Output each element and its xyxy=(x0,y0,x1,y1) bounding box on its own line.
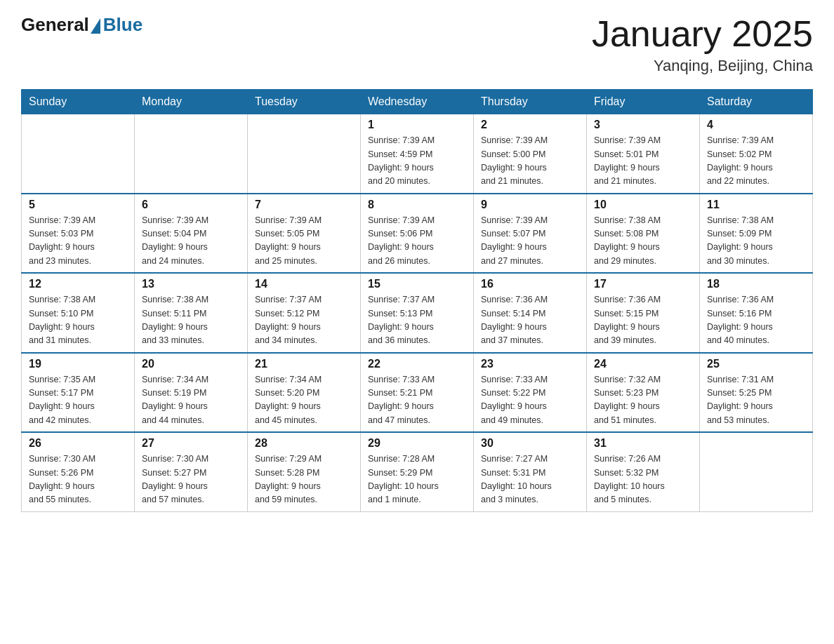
day-number: 15 xyxy=(368,278,466,290)
day-info: Sunrise: 7:38 AM Sunset: 5:09 PM Dayligh… xyxy=(707,214,805,269)
calendar-week-row: 19Sunrise: 7:35 AM Sunset: 5:17 PM Dayli… xyxy=(22,353,813,433)
day-info: Sunrise: 7:36 AM Sunset: 5:14 PM Dayligh… xyxy=(481,293,579,348)
day-info: Sunrise: 7:33 AM Sunset: 5:21 PM Dayligh… xyxy=(368,373,466,428)
day-number: 5 xyxy=(29,199,127,211)
day-info: Sunrise: 7:30 AM Sunset: 5:26 PM Dayligh… xyxy=(29,452,127,507)
day-number: 10 xyxy=(594,199,692,211)
title-block: January 2025 Yanqing, Beijing, China xyxy=(592,14,813,75)
day-number: 11 xyxy=(707,199,805,211)
day-info: Sunrise: 7:36 AM Sunset: 5:16 PM Dayligh… xyxy=(707,293,805,348)
calendar-cell: 21Sunrise: 7:34 AM Sunset: 5:20 PM Dayli… xyxy=(248,353,361,433)
calendar-header-thursday: Thursday xyxy=(474,90,587,114)
calendar-cell: 6Sunrise: 7:39 AM Sunset: 5:04 PM Daylig… xyxy=(135,194,248,274)
calendar-header-monday: Monday xyxy=(135,90,248,114)
day-number: 27 xyxy=(142,437,240,450)
calendar-cell: 18Sunrise: 7:36 AM Sunset: 5:16 PM Dayli… xyxy=(700,273,813,353)
day-number: 18 xyxy=(707,278,805,290)
calendar-cell: 12Sunrise: 7:38 AM Sunset: 5:10 PM Dayli… xyxy=(22,273,135,353)
day-number: 22 xyxy=(368,358,466,370)
calendar-cell: 30Sunrise: 7:27 AM Sunset: 5:31 PM Dayli… xyxy=(474,432,587,511)
logo-blue-text: Blue xyxy=(103,14,143,36)
day-number: 3 xyxy=(594,119,692,131)
calendar-cell xyxy=(248,114,361,194)
calendar-cell: 2Sunrise: 7:39 AM Sunset: 5:00 PM Daylig… xyxy=(474,114,587,194)
calendar-cell: 1Sunrise: 7:39 AM Sunset: 4:59 PM Daylig… xyxy=(361,114,474,194)
day-number: 1 xyxy=(368,119,466,131)
calendar-cell: 7Sunrise: 7:39 AM Sunset: 5:05 PM Daylig… xyxy=(248,194,361,274)
calendar-cell xyxy=(135,114,248,194)
calendar-cell: 17Sunrise: 7:36 AM Sunset: 5:15 PM Dayli… xyxy=(587,273,700,353)
day-info: Sunrise: 7:32 AM Sunset: 5:23 PM Dayligh… xyxy=(594,373,692,428)
day-info: Sunrise: 7:38 AM Sunset: 5:11 PM Dayligh… xyxy=(142,293,240,348)
calendar-header-saturday: Saturday xyxy=(700,90,813,114)
day-info: Sunrise: 7:28 AM Sunset: 5:29 PM Dayligh… xyxy=(368,452,466,507)
calendar-cell: 11Sunrise: 7:38 AM Sunset: 5:09 PM Dayli… xyxy=(700,194,813,274)
day-info: Sunrise: 7:39 AM Sunset: 5:03 PM Dayligh… xyxy=(29,214,127,269)
day-number: 14 xyxy=(255,278,353,290)
day-info: Sunrise: 7:39 AM Sunset: 5:06 PM Dayligh… xyxy=(368,214,466,269)
day-info: Sunrise: 7:37 AM Sunset: 5:13 PM Dayligh… xyxy=(368,293,466,348)
calendar-cell xyxy=(22,114,135,194)
calendar-cell: 14Sunrise: 7:37 AM Sunset: 5:12 PM Dayli… xyxy=(248,273,361,353)
calendar-cell: 19Sunrise: 7:35 AM Sunset: 5:17 PM Dayli… xyxy=(22,353,135,433)
day-info: Sunrise: 7:29 AM Sunset: 5:28 PM Dayligh… xyxy=(255,452,353,507)
logo-triangle-icon xyxy=(91,18,100,34)
day-info: Sunrise: 7:39 AM Sunset: 5:04 PM Dayligh… xyxy=(142,214,240,269)
calendar-cell: 10Sunrise: 7:38 AM Sunset: 5:08 PM Dayli… xyxy=(587,194,700,274)
day-info: Sunrise: 7:31 AM Sunset: 5:25 PM Dayligh… xyxy=(707,373,805,428)
calendar-cell: 23Sunrise: 7:33 AM Sunset: 5:22 PM Dayli… xyxy=(474,353,587,433)
day-info: Sunrise: 7:34 AM Sunset: 5:19 PM Dayligh… xyxy=(142,373,240,428)
calendar-header-sunday: Sunday xyxy=(22,90,135,114)
calendar-cell: 26Sunrise: 7:30 AM Sunset: 5:26 PM Dayli… xyxy=(22,432,135,511)
day-info: Sunrise: 7:37 AM Sunset: 5:12 PM Dayligh… xyxy=(255,293,353,348)
day-number: 2 xyxy=(481,119,579,131)
day-number: 9 xyxy=(481,199,579,211)
calendar-cell: 16Sunrise: 7:36 AM Sunset: 5:14 PM Dayli… xyxy=(474,273,587,353)
logo-general-text: General xyxy=(21,14,89,36)
day-info: Sunrise: 7:34 AM Sunset: 5:20 PM Dayligh… xyxy=(255,373,353,428)
day-info: Sunrise: 7:39 AM Sunset: 5:02 PM Dayligh… xyxy=(707,134,805,189)
calendar-cell: 8Sunrise: 7:39 AM Sunset: 5:06 PM Daylig… xyxy=(361,194,474,274)
calendar-cell: 29Sunrise: 7:28 AM Sunset: 5:29 PM Dayli… xyxy=(361,432,474,511)
day-number: 19 xyxy=(29,358,127,370)
calendar-cell: 15Sunrise: 7:37 AM Sunset: 5:13 PM Dayli… xyxy=(361,273,474,353)
calendar-cell: 25Sunrise: 7:31 AM Sunset: 5:25 PM Dayli… xyxy=(700,353,813,433)
calendar-cell: 13Sunrise: 7:38 AM Sunset: 5:11 PM Dayli… xyxy=(135,273,248,353)
day-info: Sunrise: 7:39 AM Sunset: 5:07 PM Dayligh… xyxy=(481,214,579,269)
day-number: 6 xyxy=(142,199,240,211)
day-number: 4 xyxy=(707,119,805,131)
logo: General Blue xyxy=(21,14,143,36)
day-info: Sunrise: 7:36 AM Sunset: 5:15 PM Dayligh… xyxy=(594,293,692,348)
calendar-cell: 20Sunrise: 7:34 AM Sunset: 5:19 PM Dayli… xyxy=(135,353,248,433)
day-number: 25 xyxy=(707,358,805,370)
day-number: 26 xyxy=(29,437,127,450)
day-info: Sunrise: 7:33 AM Sunset: 5:22 PM Dayligh… xyxy=(481,373,579,428)
day-number: 20 xyxy=(142,358,240,370)
calendar-header-tuesday: Tuesday xyxy=(248,90,361,114)
day-number: 31 xyxy=(594,437,692,450)
calendar-header-friday: Friday xyxy=(587,90,700,114)
calendar-week-row: 1Sunrise: 7:39 AM Sunset: 4:59 PM Daylig… xyxy=(22,114,813,194)
calendar-cell: 27Sunrise: 7:30 AM Sunset: 5:27 PM Dayli… xyxy=(135,432,248,511)
day-number: 16 xyxy=(481,278,579,290)
day-number: 30 xyxy=(481,437,579,450)
day-number: 24 xyxy=(594,358,692,370)
day-number: 12 xyxy=(29,278,127,290)
calendar-table: SundayMondayTuesdayWednesdayThursdayFrid… xyxy=(21,89,813,512)
calendar-week-row: 26Sunrise: 7:30 AM Sunset: 5:26 PM Dayli… xyxy=(22,432,813,511)
day-info: Sunrise: 7:27 AM Sunset: 5:31 PM Dayligh… xyxy=(481,452,579,507)
calendar-week-row: 5Sunrise: 7:39 AM Sunset: 5:03 PM Daylig… xyxy=(22,194,813,274)
page-header: General Blue January 2025 Yanqing, Beiji… xyxy=(21,14,813,75)
calendar-header-row: SundayMondayTuesdayWednesdayThursdayFrid… xyxy=(22,90,813,114)
day-info: Sunrise: 7:26 AM Sunset: 5:32 PM Dayligh… xyxy=(594,452,692,507)
calendar-header-wednesday: Wednesday xyxy=(361,90,474,114)
calendar-week-row: 12Sunrise: 7:38 AM Sunset: 5:10 PM Dayli… xyxy=(22,273,813,353)
day-info: Sunrise: 7:38 AM Sunset: 5:10 PM Dayligh… xyxy=(29,293,127,348)
calendar-cell xyxy=(700,432,813,511)
day-number: 21 xyxy=(255,358,353,370)
month-title: January 2025 xyxy=(592,14,813,54)
calendar-cell: 22Sunrise: 7:33 AM Sunset: 5:21 PM Dayli… xyxy=(361,353,474,433)
day-number: 8 xyxy=(368,199,466,211)
day-info: Sunrise: 7:39 AM Sunset: 5:01 PM Dayligh… xyxy=(594,134,692,189)
day-info: Sunrise: 7:35 AM Sunset: 5:17 PM Dayligh… xyxy=(29,373,127,428)
